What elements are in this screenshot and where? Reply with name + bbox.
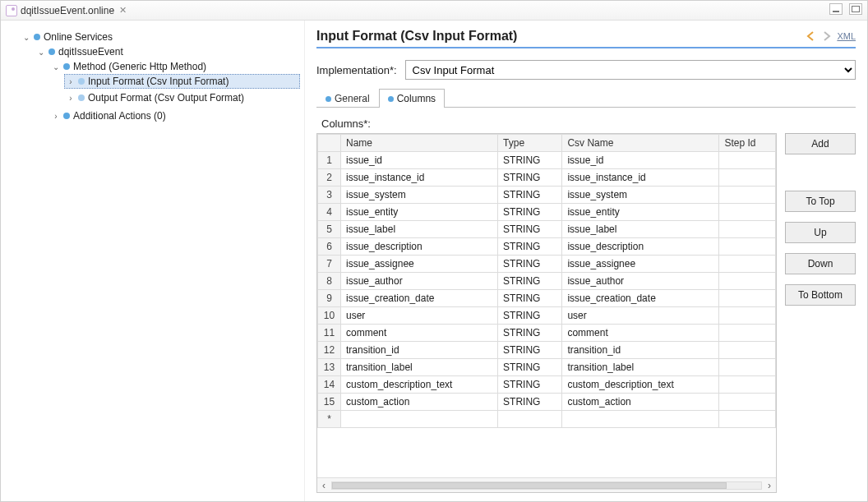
tree-node-input-format[interactable]: › Input Format (Csv Input Format)	[64, 74, 300, 89]
table-row[interactable]: 8issue_authorSTRINGissue_author	[318, 273, 776, 290]
cell-csv-name[interactable]: transition_id	[562, 342, 719, 359]
scroll-thumb[interactable]	[332, 482, 727, 489]
table-row[interactable]: 15custom_actionSTRINGcustom_action	[318, 394, 776, 411]
table-row[interactable]: 5issue_labelSTRINGissue_label	[318, 221, 776, 238]
cell-name[interactable]: issue_label	[341, 221, 498, 238]
up-button[interactable]: Up	[785, 222, 856, 243]
cell-type[interactable]: STRING	[498, 152, 562, 169]
cell-type[interactable]: STRING	[498, 187, 562, 204]
cell-step-id[interactable]	[719, 359, 776, 376]
add-button[interactable]: Add	[785, 133, 856, 154]
cell-csv-name[interactable]: custom_action	[562, 394, 719, 411]
cell-name[interactable]: comment	[341, 325, 498, 342]
table-new-row[interactable]: *	[318, 411, 776, 428]
cell-type[interactable]: STRING	[498, 290, 562, 307]
to-bottom-button[interactable]: To Bottom	[785, 284, 856, 306]
tab-general[interactable]: General	[316, 89, 379, 108]
cell-step-id[interactable]	[719, 221, 776, 238]
to-top-button[interactable]: To Top	[785, 191, 856, 212]
cell-type[interactable]: STRING	[498, 342, 562, 359]
cell-type[interactable]: STRING	[498, 204, 562, 221]
xml-link[interactable]: XML	[837, 31, 856, 41]
cell-name[interactable]: issue_assignee	[341, 256, 498, 273]
cell-step-id[interactable]	[719, 290, 776, 307]
cell-name[interactable]: issue_author	[341, 273, 498, 290]
cell-type[interactable]	[498, 411, 562, 428]
scroll-right-icon[interactable]: ›	[763, 478, 776, 492]
nav-back-icon[interactable]	[806, 30, 817, 42]
cell-name[interactable]: user	[341, 307, 498, 325]
cell-name[interactable]: issue_description	[341, 238, 498, 256]
cell-type[interactable]: STRING	[498, 256, 562, 273]
scroll-track[interactable]	[331, 481, 762, 490]
cell-name[interactable]: transition_id	[341, 342, 498, 359]
minimize-button[interactable]	[829, 3, 843, 15]
tree-node-dqitissueevent[interactable]: ⌄ dqitIssueEvent	[35, 45, 299, 58]
cell-step-id[interactable]	[719, 307, 776, 325]
cell-step-id[interactable]	[719, 238, 776, 256]
cell-step-id[interactable]	[719, 187, 776, 204]
chevron-right-icon[interactable]: ›	[52, 112, 60, 121]
cell-type[interactable]: STRING	[498, 307, 562, 325]
cell-csv-name[interactable]: issue_instance_id	[562, 169, 719, 187]
cell-type[interactable]: STRING	[498, 169, 562, 187]
cell-name[interactable]: issue_id	[341, 152, 498, 169]
cell-csv-name[interactable]: issue_description	[562, 238, 719, 256]
editor-tab-title[interactable]: dqitIssueEvent.online	[21, 5, 114, 16]
cell-csv-name[interactable]: issue_creation_date	[562, 290, 719, 307]
cell-step-id[interactable]	[719, 394, 776, 411]
implementation-select[interactable]: Csv Input Format	[405, 60, 856, 80]
close-tab-icon[interactable]: ✕	[119, 5, 127, 16]
cell-type[interactable]: STRING	[498, 394, 562, 411]
cell-name[interactable]: issue_entity	[341, 204, 498, 221]
col-header-name[interactable]: Name	[341, 135, 498, 152]
cell-type[interactable]: STRING	[498, 325, 562, 342]
cell-step-id[interactable]	[719, 256, 776, 273]
tree-node-online-services[interactable]: ⌄ Online Services	[21, 30, 299, 44]
cell-csv-name[interactable]: comment	[562, 325, 719, 342]
tree-node-output-format[interactable]: › Output Format (Csv Output Format)	[65, 91, 299, 104]
cell-csv-name[interactable]: transition_label	[562, 359, 719, 376]
cell-csv-name[interactable]: issue_author	[562, 273, 719, 290]
table-row[interactable]: 3issue_systemSTRINGissue_system	[318, 187, 776, 204]
cell-step-id[interactable]	[719, 273, 776, 290]
table-row[interactable]: 4issue_entitySTRINGissue_entity	[318, 204, 776, 221]
maximize-button[interactable]	[849, 3, 862, 15]
cell-csv-name[interactable]: issue_system	[562, 187, 719, 204]
scroll-left-icon[interactable]: ‹	[317, 478, 330, 492]
col-header-csv-name[interactable]: Csv Name	[562, 135, 719, 152]
table-row[interactable]: 7issue_assigneeSTRINGissue_assignee	[318, 256, 776, 273]
table-row[interactable]: 13transition_labelSTRINGtransition_label	[318, 359, 776, 376]
cell-csv-name[interactable]: issue_entity	[562, 204, 719, 221]
table-row[interactable]: 11commentSTRINGcomment	[318, 325, 776, 342]
tree-node-method[interactable]: ⌄ Method (Generic Http Method)	[50, 60, 299, 73]
table-row[interactable]: 6issue_descriptionSTRINGissue_descriptio…	[318, 238, 776, 256]
table-row[interactable]: 12transition_idSTRINGtransition_id	[318, 342, 776, 359]
chevron-right-icon[interactable]: ›	[67, 94, 75, 103]
cell-csv-name[interactable]: custom_description_text	[562, 376, 719, 394]
chevron-down-icon[interactable]: ⌄	[22, 33, 30, 42]
cell-step-id[interactable]	[719, 169, 776, 187]
cell-type[interactable]: STRING	[498, 359, 562, 376]
cell-csv-name[interactable]	[562, 411, 719, 428]
cell-name[interactable]: issue_system	[341, 187, 498, 204]
col-header-step-id[interactable]: Step Id	[719, 135, 776, 152]
cell-step-id[interactable]	[719, 376, 776, 394]
cell-step-id[interactable]	[719, 204, 776, 221]
cell-name[interactable]: custom_action	[341, 394, 498, 411]
table-row[interactable]: 2issue_instance_idSTRINGissue_instance_i…	[318, 169, 776, 187]
cell-step-id[interactable]	[719, 411, 776, 428]
cell-name[interactable]	[341, 411, 498, 428]
tree-node-additional-actions[interactable]: › Additional Actions (0)	[50, 109, 299, 122]
cell-type[interactable]: STRING	[498, 238, 562, 256]
tab-columns[interactable]: Columns	[379, 89, 445, 108]
cell-csv-name[interactable]: issue_assignee	[562, 256, 719, 273]
cell-step-id[interactable]	[719, 325, 776, 342]
col-header-type[interactable]: Type	[498, 135, 562, 152]
table-row[interactable]: 9issue_creation_dateSTRINGissue_creation…	[318, 290, 776, 307]
cell-csv-name[interactable]: issue_id	[562, 152, 719, 169]
cell-name[interactable]: issue_instance_id	[341, 169, 498, 187]
cell-name[interactable]: issue_creation_date	[341, 290, 498, 307]
cell-step-id[interactable]	[719, 152, 776, 169]
chevron-down-icon[interactable]: ⌄	[37, 48, 45, 57]
